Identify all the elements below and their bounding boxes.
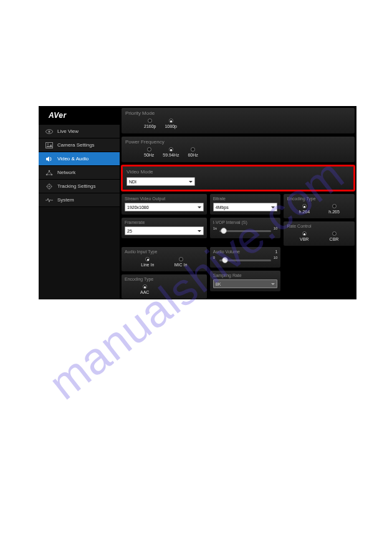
svg-rect-2 <box>46 142 53 148</box>
panel-encoding-type-audio: Encoding Type AAC <box>121 274 208 299</box>
slider-max-label: 10 <box>274 256 278 259</box>
radio-label: 50Hz <box>144 153 154 157</box>
image-icon <box>45 141 54 150</box>
radio-label: 59.94Hz <box>163 153 179 157</box>
radio-line-in[interactable]: Line In <box>141 257 154 267</box>
radio-2160p[interactable]: 2160p <box>144 119 156 128</box>
power-frequency-options: 50Hz 59.94Hz 60Hz <box>125 147 351 158</box>
panel-title: Stream Video Output <box>125 196 204 201</box>
pulse-icon <box>45 196 54 205</box>
panel-video-mode: Video Mode NDI <box>121 165 355 191</box>
radio-h265[interactable]: h.265 <box>328 204 340 214</box>
radio-label: 60Hz <box>188 153 198 157</box>
app-window: AVer Live View Camera Settings <box>39 106 356 299</box>
panel-title: I-VOP Interval (S) <box>213 220 278 225</box>
radio-dot-icon <box>145 257 150 261</box>
network-icon <box>45 168 54 177</box>
select-value: 25 <box>127 229 132 233</box>
panel-title: Bitrate <box>213 196 278 201</box>
panel-title: Video Mode <box>127 169 350 175</box>
slider-min-label: 1s <box>213 226 217 230</box>
radio-dot-icon <box>302 231 307 236</box>
svg-point-4 <box>49 170 50 172</box>
panel-title: Framerate <box>125 220 204 225</box>
select-value: 1920x1080 <box>127 205 149 210</box>
panel-title: Audio Input Type <box>125 249 204 254</box>
panel-stream-video-output: Stream Video Output 1920x1080 <box>121 193 208 215</box>
slider-thumb[interactable] <box>221 228 227 234</box>
radio-h264[interactable]: h.264 <box>299 204 310 214</box>
radio-aac[interactable]: AAC <box>140 284 149 294</box>
sidebar-item-label: Video & Audio <box>57 156 88 162</box>
radio-60hz[interactable]: 60Hz <box>188 147 198 157</box>
stream-video-output-select[interactable]: 1920x1080 <box>125 203 204 211</box>
chevron-down-icon <box>198 230 201 232</box>
bitrate-select[interactable]: 4Mbps <box>213 203 278 211</box>
select-value: 8K <box>216 282 221 286</box>
panel-title: Priority Mode <box>125 110 351 116</box>
panel-title: Encoding Type <box>287 196 351 201</box>
sidebar-item-network[interactable]: Network <box>39 166 120 180</box>
sidebar-item-label: Camera Settings <box>57 142 95 148</box>
chevron-down-icon <box>271 283 275 285</box>
audio-volume-slider[interactable]: 0 10 <box>213 256 278 264</box>
radio-1080p[interactable]: 1080p <box>165 119 176 128</box>
speaker-icon <box>45 155 54 163</box>
radio-label: h.265 <box>328 210 340 214</box>
select-value: NDI <box>129 180 136 184</box>
panel-title: Power Frequency <box>125 139 351 145</box>
panel-rate-control: Rate Control VBR CBR <box>283 221 355 246</box>
sidebar-item-tracking-settings[interactable]: Tracking Settings <box>39 180 120 193</box>
sidebar-item-label: Live View <box>57 128 79 134</box>
radio-dot-icon <box>302 204 307 208</box>
radio-dot-icon <box>169 119 173 123</box>
priority-mode-options: 2160p 1080p <box>125 119 351 130</box>
audio-volume-side-label: 1 <box>275 249 277 256</box>
sidebar-item-system[interactable]: System <box>39 193 120 207</box>
framerate-select[interactable]: 25 <box>125 226 204 235</box>
radio-dot-icon <box>143 284 147 289</box>
chevron-down-icon <box>271 206 275 208</box>
radio-dot-icon <box>191 147 195 152</box>
panel-audio-volume: Audio Volume 1 0 10 <box>209 246 282 268</box>
radio-5994hz[interactable]: 59.94Hz <box>163 147 179 157</box>
panel-bitrate: Bitrate 4Mbps <box>209 193 282 215</box>
sampling-rate-select[interactable]: 8K <box>213 279 278 288</box>
panel-title: Rate Control <box>287 224 351 228</box>
panel-title: Encoding Type <box>125 277 204 281</box>
sidebar-item-live-view[interactable]: Live View <box>39 125 120 138</box>
slider-min-label: 0 <box>213 256 215 259</box>
radio-50hz[interactable]: 50Hz <box>144 147 154 157</box>
select-value: 4Mbps <box>216 205 229 210</box>
sidebar-item-label: System <box>57 197 74 203</box>
slider-thumb[interactable] <box>222 257 228 263</box>
radio-dot-icon <box>148 119 152 123</box>
chevron-down-icon <box>189 181 193 183</box>
panel-audio-input-type: Audio Input Type Line In MIC In <box>121 246 208 272</box>
panel-power-frequency: Power Frequency 50Hz 59.94Hz 60Hz <box>121 136 355 163</box>
eye-icon <box>45 127 54 136</box>
radio-cbr[interactable]: CBR <box>330 231 339 241</box>
radio-vbr[interactable]: VBR <box>300 231 308 241</box>
video-mode-select[interactable]: NDI <box>127 177 195 186</box>
radio-label: 2160p <box>144 124 156 128</box>
chevron-down-icon <box>198 206 201 208</box>
radio-label: AAC <box>140 290 149 294</box>
panel-title: Sampling Rate <box>213 273 278 278</box>
radio-dot-icon <box>332 231 337 236</box>
logo-text: AVer <box>49 111 67 120</box>
ivop-slider[interactable]: 1s 10 <box>213 226 278 235</box>
panel-sampling-rate: Sampling Rate 8K <box>209 270 282 292</box>
logo: AVer <box>39 106 120 125</box>
radio-dot-icon <box>179 257 183 261</box>
panel-ivop-interval: I-VOP Interval (S) 1s 10 <box>209 217 282 239</box>
sidebar-item-label: Tracking Settings <box>57 183 96 189</box>
svg-point-8 <box>49 185 50 186</box>
sidebar-item-camera-settings[interactable]: Camera Settings <box>39 138 120 152</box>
radio-mic-in[interactable]: MIC In <box>174 257 188 267</box>
content: Priority Mode 2160p 1080p Power Frequenc… <box>120 106 356 299</box>
panel-title: Audio Volume <box>213 249 240 254</box>
slider-max-label: 10 <box>274 226 278 230</box>
sidebar-item-video-audio[interactable]: Video & Audio <box>39 152 120 166</box>
radio-dot-icon <box>169 147 173 152</box>
